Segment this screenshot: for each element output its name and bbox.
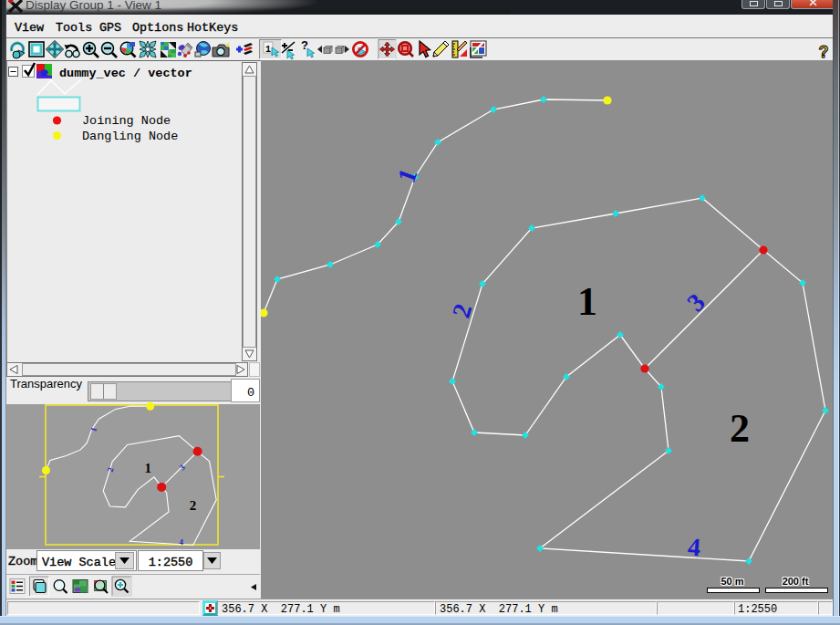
svg-text:Dangling Node: Dangling Node xyxy=(82,130,178,143)
svg-text:2: 2 xyxy=(190,498,197,513)
svg-text:View Scale: View Scale xyxy=(42,556,116,569)
svg-text:dummy_vec / vector: dummy_vec / vector xyxy=(59,67,192,80)
svg-text:1: 1 xyxy=(577,279,597,324)
svg-text:1: 1 xyxy=(265,45,271,55)
svg-text:Transparency: Transparency xyxy=(10,377,82,391)
svg-text:Joining Node: Joining Node xyxy=(82,114,171,128)
svg-text:1:2550: 1:2550 xyxy=(149,556,193,569)
svg-text:4: 4 xyxy=(687,533,701,562)
svg-text:Zoom: Zoom xyxy=(8,555,37,568)
svg-text:?: ? xyxy=(819,43,829,60)
svg-text:2: 2 xyxy=(730,406,750,451)
svg-text:200 ft: 200 ft xyxy=(783,576,809,587)
svg-text:1: 1 xyxy=(144,461,151,475)
svg-text:4: 4 xyxy=(180,537,184,547)
svg-text:50 m: 50 m xyxy=(721,576,743,587)
svg-text:0: 0 xyxy=(247,386,254,400)
